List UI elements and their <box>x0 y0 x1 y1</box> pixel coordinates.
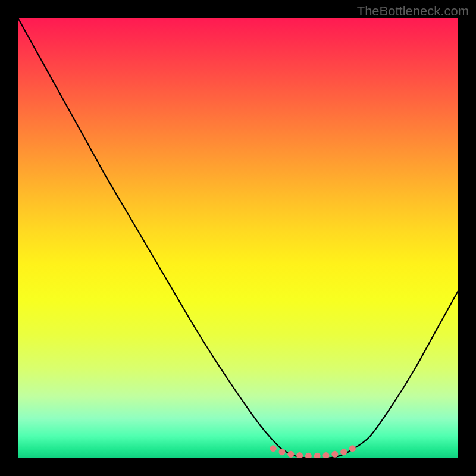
marker-dot <box>279 449 286 455</box>
bottleneck-curve-path <box>18 18 458 458</box>
attribution-text: TheBottleneck.com <box>357 4 469 19</box>
marker-dot <box>331 451 338 458</box>
marker-dot <box>296 452 303 458</box>
marker-dot <box>287 451 294 458</box>
bottleneck-curve-svg <box>18 18 458 458</box>
marker-dot <box>270 445 277 452</box>
marker-dot <box>340 449 347 455</box>
chart-plot-area <box>18 18 458 458</box>
marker-dot <box>305 453 312 458</box>
marker-dot <box>323 452 330 458</box>
flat-region-markers <box>270 445 356 458</box>
marker-dot <box>349 445 356 452</box>
marker-dot <box>314 453 321 458</box>
